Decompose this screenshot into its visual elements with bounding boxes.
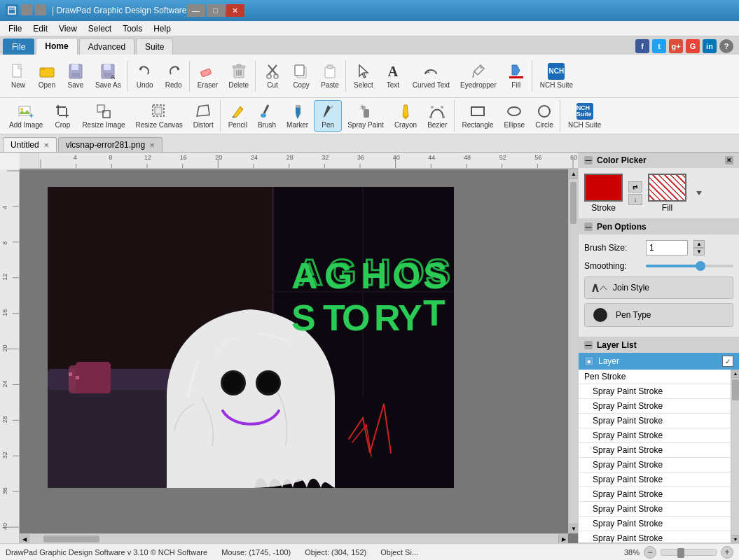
social-google[interactable]: G <box>686 39 700 53</box>
layer-item-9[interactable]: Spray Paint Stroke <box>579 517 731 531</box>
copy-button[interactable]: Copy <box>287 60 315 92</box>
layer-item-0[interactable]: Spray Paint Stroke <box>579 384 731 399</box>
layer-item-10[interactable]: Spray Paint Stroke <box>579 531 731 542</box>
delete-button[interactable]: Delete <box>223 60 254 92</box>
layer-scroll-up[interactable]: ▲ <box>731 370 739 378</box>
resize-image-button[interactable]: Resize Image <box>77 100 130 132</box>
eraser-button[interactable]: Eraser <box>193 60 223 92</box>
pen-options-collapse[interactable]: — <box>584 223 593 231</box>
layer-item-4[interactable]: Spray Paint Stroke <box>579 443 731 458</box>
add-image-button[interactable]: + Add Image <box>4 100 48 132</box>
layer-list-collapse[interactable]: — <box>584 341 593 349</box>
zoom-thumb[interactable] <box>677 548 684 558</box>
pen-options-header[interactable]: — Pen Options <box>579 219 739 234</box>
eyedropper-button[interactable]: Eyedropper <box>455 60 502 92</box>
menu-edit[interactable]: Edit <box>27 22 53 35</box>
layer-checkbox[interactable]: ✓ <box>722 356 733 367</box>
zoom-out-button[interactable]: − <box>644 546 656 559</box>
resize-canvas-button[interactable]: Resize Canvas <box>131 100 188 132</box>
social-twitter[interactable]: t <box>652 39 666 53</box>
tab-file[interactable]: File <box>3 38 34 55</box>
social-linkedin[interactable]: in <box>703 39 717 53</box>
pen-type-button[interactable]: Pen Type <box>584 303 733 327</box>
help-icon-ribbon[interactable]: ? <box>719 39 733 53</box>
maximize-button[interactable]: □ <box>207 4 225 17</box>
swap-colors-button[interactable]: ⇄ <box>628 181 642 192</box>
social-google-plus[interactable]: g+ <box>669 39 683 53</box>
menu-help[interactable]: Help <box>148 22 177 35</box>
doc-tab-vlcsnap-close[interactable]: ✕ <box>149 141 155 149</box>
tab-suite[interactable]: Suite <box>136 38 173 55</box>
select-button[interactable]: Select <box>349 60 378 92</box>
new-button[interactable]: New <box>4 60 32 92</box>
scroll-down-button[interactable]: ▼ <box>569 524 578 533</box>
close-button[interactable]: ✕ <box>226 4 244 17</box>
color-picker-header[interactable]: — Color Picker ✕ <box>579 153 739 168</box>
smoothing-slider[interactable] <box>646 265 733 267</box>
tab-advanced[interactable]: Advanced <box>79 38 134 55</box>
drawing-canvas[interactable]: A G H O S A G H O S T S T <box>48 187 454 488</box>
pencil-button[interactable]: Pencil <box>223 100 252 132</box>
scroll-right-button[interactable]: ▶ <box>558 534 568 543</box>
layer-item-1[interactable]: Spray Paint Stroke <box>579 399 731 414</box>
doc-tab-untitled[interactable]: Untitled ✕ <box>3 137 57 152</box>
brush-size-decrement[interactable]: ▼ <box>693 248 705 255</box>
scroll-thumb-v[interactable] <box>570 182 576 224</box>
zoom-slider[interactable] <box>661 549 717 556</box>
nch-suite2-button[interactable]: NCH Suite NCH Suite <box>563 100 606 132</box>
brush-button[interactable]: Brush <box>253 100 281 132</box>
bezier-button[interactable]: Bezier <box>422 100 452 132</box>
vertical-scrollbar[interactable]: ▲ ▼ <box>568 169 578 533</box>
curved-text-button[interactable]: A Curved Text <box>408 60 455 92</box>
stroke-color-swatch[interactable] <box>584 174 623 202</box>
menu-select[interactable]: Select <box>83 22 117 35</box>
layer-item-3[interactable]: Spray Paint Stroke <box>579 428 731 443</box>
tab-home[interactable]: Home <box>36 38 77 55</box>
canvas-scroll-area[interactable]: A G H O S A G H O S T S T <box>20 169 578 543</box>
scroll-up-button[interactable]: ▲ <box>569 169 578 179</box>
cut-button[interactable]: Cut <box>258 60 286 92</box>
color-picker-collapse[interactable]: — <box>584 156 593 164</box>
layer-scrollbar[interactable]: ▲ ▼ <box>731 370 739 542</box>
text-button[interactable]: A Text <box>379 60 407 92</box>
open-button[interactable]: Open <box>33 60 61 92</box>
layer-item-6[interactable]: Spray Paint Stroke <box>579 472 731 487</box>
spray-paint-button[interactable]: Spray Paint <box>343 100 389 132</box>
scroll-thumb-h[interactable] <box>43 536 99 542</box>
menu-view[interactable]: View <box>53 22 83 35</box>
save-button[interactable]: Save <box>62 60 90 92</box>
join-style-button[interactable]: Join Style <box>584 276 733 299</box>
zoom-in-button[interactable]: + <box>721 546 733 559</box>
social-facebook[interactable]: f <box>635 39 649 53</box>
layer-list-header[interactable]: — Layer List <box>579 337 739 353</box>
color-picker-close[interactable]: ✕ <box>725 156 733 164</box>
circle-button[interactable]: Circle <box>530 100 558 132</box>
nch-suite-button[interactable]: NCH NCH Suite <box>535 60 578 92</box>
brush-size-increment[interactable]: ▲ <box>693 240 705 248</box>
redo-button[interactable]: Redo <box>160 60 188 92</box>
layer-item-7[interactable]: Spray Paint Stroke <box>579 487 731 502</box>
layer-scroll-down[interactable]: ▼ <box>731 535 739 542</box>
scroll-left-button[interactable]: ◀ <box>20 534 29 543</box>
layer-item-5[interactable]: Spray Paint Stroke <box>579 458 731 472</box>
menu-file[interactable]: File <box>3 22 27 35</box>
fill-color-swatch[interactable] <box>648 174 686 202</box>
save-as-button[interactable]: A Save As <box>90 60 126 92</box>
fill-button[interactable]: Fill <box>502 60 530 92</box>
paste-button[interactable]: Paste <box>316 60 344 92</box>
doc-tab-untitled-close[interactable]: ✕ <box>43 141 49 149</box>
menu-tools[interactable]: Tools <box>117 22 148 35</box>
brush-size-input[interactable] <box>646 240 688 255</box>
ellipse-button[interactable]: Ellipse <box>499 100 530 132</box>
pen-button[interactable]: Pen <box>314 100 342 132</box>
layer-item-2[interactable]: Spray Paint Stroke <box>579 414 731 428</box>
arrow-down-button[interactable]: ↓ <box>628 194 642 205</box>
doc-tab-vlcsnap[interactable]: vlcsnap-error281.png ✕ <box>58 137 163 152</box>
rectangle-button[interactable]: Rectangle <box>457 100 499 132</box>
crop-button[interactable]: Crop <box>48 100 76 132</box>
marker-button[interactable]: Marker <box>282 100 313 132</box>
layer-scroll-thumb[interactable] <box>732 379 739 400</box>
layer-item-8[interactable]: Spray Paint Stroke <box>579 502 731 517</box>
crayon-button[interactable]: Crayon <box>389 100 422 132</box>
fill-dropdown-arrow[interactable] <box>695 186 703 202</box>
